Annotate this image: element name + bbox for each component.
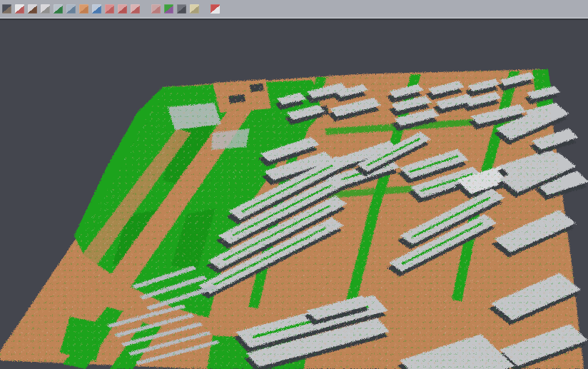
markers-icon[interactable] [15, 4, 24, 14]
flag-red-icon[interactable] [211, 4, 220, 14]
building-column-icon[interactable] [66, 4, 76, 14]
red-layers-icon[interactable] [105, 4, 114, 14]
points-small-icon[interactable] [41, 4, 50, 14]
selection-grid-icon[interactable] [151, 4, 161, 14]
toolbar-separator [203, 9, 207, 9]
terrain-mound-icon[interactable] [28, 4, 37, 14]
classification-colors-icon[interactable] [164, 4, 173, 14]
toolbar-separator [143, 9, 148, 9]
application-window [0, 0, 588, 369]
red-ring-icon[interactable] [118, 4, 127, 14]
points-dark-icon[interactable] [2, 4, 11, 14]
toolbar [0, 0, 588, 17]
vegetation-hill-icon[interactable] [54, 4, 63, 14]
3d-viewport[interactable] [0, 20, 588, 369]
camera-dark-icon[interactable] [177, 4, 186, 14]
ground-square-icon[interactable] [79, 4, 88, 14]
measure-tan-icon[interactable] [190, 4, 199, 14]
point-cloud-speckle [0, 20, 588, 369]
scene-svg[interactable] [0, 20, 588, 369]
globe-icon[interactable] [92, 4, 101, 14]
selection-corners-icon[interactable] [131, 4, 140, 14]
